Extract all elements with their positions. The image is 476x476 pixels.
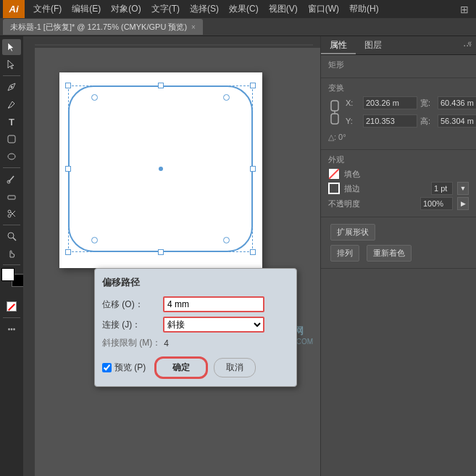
handle-tm[interactable] [158,83,164,88]
tool-shape[interactable] [2,131,21,147]
fill-label: 填色 [344,169,469,180]
handle-bl[interactable] [65,249,71,255]
menu-view[interactable]: 视图(V) [264,1,302,17]
stroke-pt-input[interactable] [431,182,453,195]
preview-checkbox[interactable] [102,363,112,372]
handle-tr[interactable] [250,83,256,88]
menu-edit[interactable]: 编辑(E) [67,1,105,17]
tool-select[interactable] [2,39,21,55]
offset-input[interactable] [163,296,264,312]
menu-text[interactable]: 文字(T) [147,1,184,17]
transform-rows: X: 宽: 🔗 Y: 高: [328,96,469,130]
svg-point-7 [8,210,11,213]
tool-ellipse[interactable] [2,149,21,164]
opacity-dropdown-btn[interactable]: ▶ [457,197,469,210]
y-input[interactable] [363,114,417,128]
w-input[interactable] [438,96,476,109]
menu-bar: Ai 文件(F) 编辑(E) 对象(O) 文字(T) 选择(S) 效果(C) 视… [0,0,476,18]
foreground-swatch[interactable] [1,268,14,281]
tool-more[interactable]: ••• [2,321,21,337]
panel-section-appearance: 外观 填色 描边 ▼ 不透明度 ▶ [321,150,476,217]
tool-zoom[interactable] [2,228,21,244]
svg-rect-17 [331,114,338,124]
grid-icon: ⊞ [456,4,473,15]
color-swatch-area[interactable] [1,268,22,285]
expand-shape-btn[interactable]: 扩展形状 [330,224,375,241]
canvas-area[interactable]: 软件自学网 WWW.RJZXW.COM [23,36,320,476]
tool-eraser[interactable] [2,188,21,204]
ruler-vertical [23,36,35,476]
handle-br[interactable] [250,249,256,255]
svg-rect-15 [23,36,35,476]
handle-tl[interactable] [65,83,71,88]
shape-section-title: 矩形 [328,59,469,70]
opacity-label: 不透明度 [328,199,416,209]
handle-mr[interactable] [250,166,256,172]
transform-angle-row: △: 0° [328,133,469,142]
fill-row: 填色 [328,168,469,180]
handle-ml[interactable] [65,166,71,172]
tool-direct-select[interactable] [2,57,21,72]
toolbar-separator-3 [3,225,20,225]
app-logo: Ai [3,0,25,18]
corner-handle-tr[interactable] [223,94,230,101]
recolor-btn[interactable]: 重新着色 [367,245,412,262]
h-input[interactable] [438,114,476,128]
left-toolbar: T [0,36,23,476]
arrange-btn[interactable]: 排列 [330,245,359,262]
ruler-horizontal [23,36,320,48]
document-tab[interactable]: 未标题-1 [已恢复]* @ 121.75% (CMYK/GPU 预览) × [3,19,203,35]
tool-pen[interactable] [2,79,21,95]
menu-window[interactable]: 窗口(W) [304,1,343,17]
dialog-footer: 预览 (P) 确定 取消 [102,356,289,379]
toolbar-separator-5 [3,317,20,318]
panel-section-shape: 矩形 [321,55,476,78]
opacity-row: 不透明度 ▶ [328,197,469,210]
panel-extra-buttons: 排列 重新着色 [328,243,469,264]
confirm-btn[interactable]: 确定 [154,356,208,379]
toolbar-separator-2 [3,167,20,168]
tool-scissors[interactable] [2,206,21,222]
offset-path-dialog[interactable]: 偏移路径 位移 (O)： 连接 (J)： 斜接 圆角 斜切 斜接限制 (M)： … [94,268,297,387]
preview-checkbox-label: 预览 (P) [102,362,146,374]
panel-more-btn[interactable]: ··· [463,39,472,51]
tab-close-btn[interactable]: × [191,23,196,31]
stroke-dropdown-btn[interactable]: ▼ [457,182,469,195]
dialog-title: 偏移路径 [102,276,289,289]
opacity-input[interactable] [420,197,453,210]
tool-no-fill[interactable] [2,298,21,314]
offset-label: 位移 (O)： [102,298,160,311]
right-panel: 属性 图层 « 矩形 变换 X: [320,36,476,476]
tool-pencil[interactable] [2,96,21,112]
preview-label: 预览 (P) [114,362,146,374]
menu-help[interactable]: 帮助(H) [345,1,383,17]
svg-marker-1 [8,60,14,69]
tool-text[interactable]: T [2,114,21,130]
miter-value: 4 [164,338,169,348]
menu-object[interactable]: 对象(O) [107,1,145,17]
tool-hand[interactable] [2,246,21,262]
transform-section-title: 变换 [328,83,469,93]
menu-effect[interactable]: 效果(C) [225,1,263,17]
angle-label: △: 0° [328,133,346,142]
stroke-swatch[interactable] [328,183,340,194]
corner-handle-br[interactable] [223,237,230,243]
svg-point-2 [11,86,13,88]
x-input[interactable] [363,96,417,109]
dialog-join-row: 连接 (J)： 斜接 圆角 斜切 [102,317,289,333]
tool-paintbrush[interactable] [2,171,21,187]
artboard [59,72,262,268]
join-select[interactable]: 斜接 圆角 斜切 [163,317,264,333]
corner-handle-tl[interactable] [91,94,98,101]
handle-bm[interactable] [158,249,164,255]
menu-select[interactable]: 选择(S) [185,1,223,17]
menu-file[interactable]: 文件(F) [29,1,66,17]
corner-handle-bl[interactable] [91,237,98,243]
cancel-btn[interactable]: 取消 [214,358,256,377]
svg-line-12 [13,238,16,241]
transform-x-row: X: 宽: 🔗 [346,96,476,109]
tab-properties[interactable]: 属性 [321,36,356,54]
svg-rect-6 [8,196,15,199]
tab-layers[interactable]: 图层 [356,36,391,54]
svg-rect-16 [331,101,338,111]
